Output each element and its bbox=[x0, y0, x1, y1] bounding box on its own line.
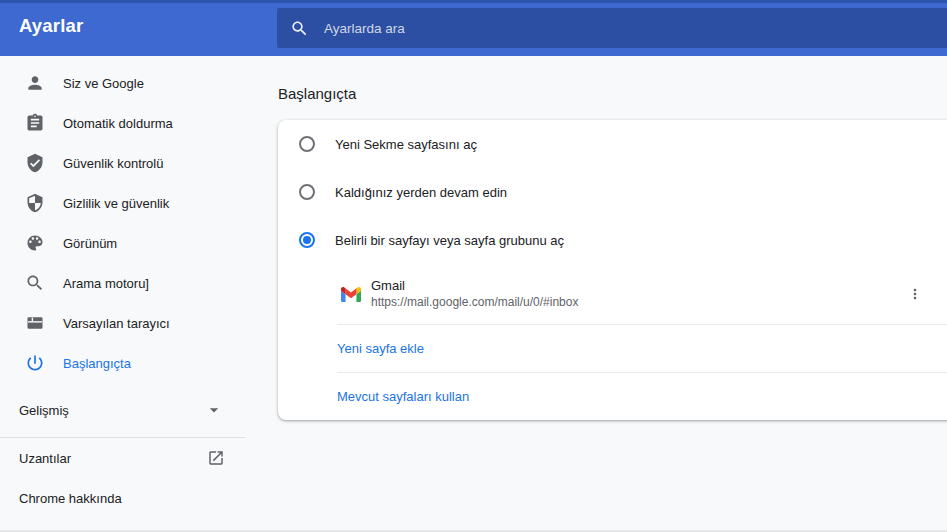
sidebar-item-chrome-hakkinda[interactable]: Chrome hakkında bbox=[0, 478, 250, 518]
chevron-down-icon bbox=[204, 400, 224, 420]
sidebar-item-label: Arama motoru] bbox=[63, 276, 149, 291]
shield-check-icon bbox=[25, 153, 45, 173]
sidebar-item-siz-ve-google[interactable]: Siz ve Google bbox=[0, 63, 250, 103]
sidebar-item-label: Görünüm bbox=[63, 236, 117, 251]
sidebar-advanced-toggle[interactable]: Gelişmiş bbox=[0, 390, 250, 430]
sidebar-item-varsayilan-tarayici[interactable]: Varsayılan tarayıcı bbox=[0, 303, 250, 343]
sidebar-item-label: Varsayılan tarayıcı bbox=[63, 316, 170, 331]
radio-option-continue[interactable]: Kaldığınız yerden devam edin bbox=[278, 168, 947, 216]
radio-unselected-icon[interactable] bbox=[299, 136, 315, 152]
sidebar-item-label: Güvenlik kontrolü bbox=[63, 156, 163, 171]
search-icon bbox=[25, 273, 45, 293]
radio-option-label: Yeni Sekme sayfasını aç bbox=[335, 137, 477, 152]
startup-page-url: https://mail.google.com/mail/u/0/#inbox bbox=[371, 294, 578, 311]
sidebar-item-label: Siz ve Google bbox=[63, 76, 144, 91]
add-new-page-label: Yeni sayfa ekle bbox=[337, 341, 424, 356]
radio-option-label: Kaldığınız yerden devam edin bbox=[335, 185, 507, 200]
startup-page-row[interactable]: Gmail https://mail.google.com/mail/u/0/#… bbox=[278, 264, 947, 324]
radio-option-label: Belirli bir sayfayı veya sayfa grubunu a… bbox=[335, 233, 564, 248]
advanced-label: Gelişmiş bbox=[19, 403, 69, 418]
footer-item-label: Uzantılar bbox=[19, 451, 71, 466]
sidebar-item-gorunum[interactable]: Görünüm bbox=[0, 223, 250, 263]
startup-page-title: Gmail bbox=[371, 277, 578, 294]
settings-sidebar: Siz ve Google Otomatik doldurma Güvenlik… bbox=[0, 56, 250, 518]
add-new-page-button[interactable]: Yeni sayfa ekle bbox=[278, 325, 947, 372]
header-top-edge bbox=[0, 0, 947, 3]
search-input[interactable] bbox=[322, 20, 726, 37]
sidebar-item-guvenlik-kontrolu[interactable]: Güvenlik kontrolü bbox=[0, 143, 250, 183]
use-current-pages-button[interactable]: Mevcut sayfaları kullan bbox=[278, 373, 947, 420]
sidebar-item-otomatik-doldurma[interactable]: Otomatik doldurma bbox=[0, 103, 250, 143]
shield-icon bbox=[25, 193, 45, 213]
startup-page-info: Gmail https://mail.google.com/mail/u/0/#… bbox=[371, 277, 578, 311]
use-current-pages-label: Mevcut sayfaları kullan bbox=[337, 389, 469, 404]
section-title: Başlangıçta bbox=[278, 85, 356, 102]
search-icon bbox=[290, 19, 309, 38]
radio-option-specific-pages[interactable]: Belirli bir sayfayı veya sayfa grubunu a… bbox=[278, 216, 947, 264]
person-icon bbox=[25, 73, 45, 93]
page-title: Ayarlar bbox=[19, 15, 83, 37]
footer-item-label: Chrome hakkında bbox=[19, 491, 122, 506]
sidebar-item-label: Gizlilik ve güvenlik bbox=[63, 196, 169, 211]
open-in-new-icon bbox=[207, 449, 225, 467]
sidebar-item-gizlilik-ve-guvenlik[interactable]: Gizlilik ve güvenlik bbox=[0, 183, 250, 223]
sidebar-item-baslangicta[interactable]: Başlangıçta bbox=[0, 343, 250, 383]
sidebar-item-arama-motoru[interactable]: Arama motoru] bbox=[0, 263, 250, 303]
settings-header: Ayarlar bbox=[0, 0, 947, 56]
palette-icon bbox=[25, 233, 45, 253]
sidebar-item-uzantilar[interactable]: Uzantılar bbox=[0, 438, 250, 478]
radio-option-new-tab[interactable]: Yeni Sekme sayfasını aç bbox=[278, 120, 947, 168]
browser-window-icon bbox=[25, 313, 45, 333]
radio-unselected-icon[interactable] bbox=[299, 184, 315, 200]
radio-selected-icon[interactable] bbox=[299, 232, 315, 248]
sidebar-item-label: Otomatik doldurma bbox=[63, 116, 173, 131]
power-icon bbox=[25, 353, 45, 373]
settings-search-box[interactable] bbox=[277, 8, 947, 48]
sidebar-item-label: Başlangıçta bbox=[63, 356, 131, 371]
gmail-favicon-icon bbox=[341, 287, 361, 302]
more-options-button[interactable] bbox=[906, 285, 924, 303]
on-startup-card: Yeni Sekme sayfasını aç Kaldığınız yerde… bbox=[278, 120, 947, 420]
clipboard-icon bbox=[25, 113, 45, 133]
